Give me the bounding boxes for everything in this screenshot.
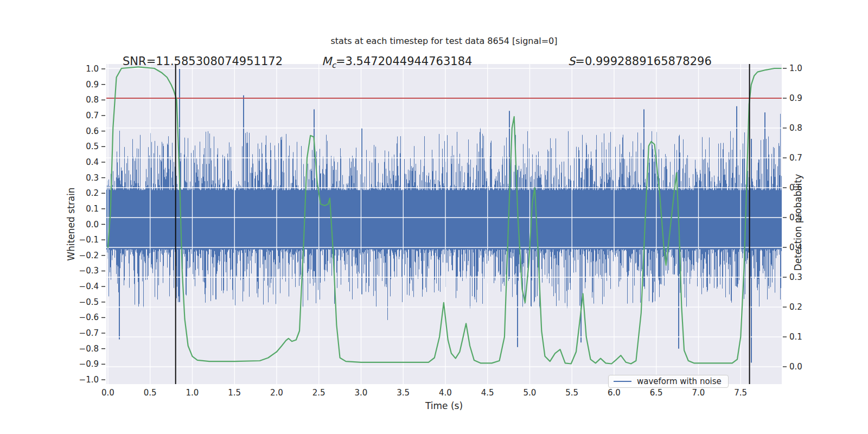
- svg-text:0.7: 0.7: [86, 111, 99, 120]
- mc-symbol: M: [322, 55, 331, 68]
- svg-text:3.5: 3.5: [397, 388, 410, 398]
- svg-text:−0.2: −0.2: [79, 251, 99, 260]
- svg-text:0.8: 0.8: [789, 123, 802, 133]
- svg-text:0.3: 0.3: [789, 272, 802, 282]
- svg-text:0.3: 0.3: [86, 173, 99, 183]
- svg-text:0.2: 0.2: [789, 302, 802, 312]
- svg-text:0.2: 0.2: [86, 188, 99, 198]
- chart-title: stats at each timestep for test data 865…: [106, 36, 782, 46]
- svg-text:0.1: 0.1: [86, 204, 99, 214]
- svg-text:7.5: 7.5: [734, 388, 747, 398]
- svg-text:0.4: 0.4: [86, 157, 99, 167]
- right-y-axis-label: Detection probability: [793, 174, 803, 271]
- mc-value: =3.5472044944763184: [336, 55, 472, 68]
- svg-text:−0.6: −0.6: [79, 312, 99, 322]
- svg-text:0.5: 0.5: [144, 388, 157, 398]
- score-annotation: S=0.9992889165878296: [568, 55, 712, 68]
- svg-text:1.5: 1.5: [228, 388, 241, 398]
- svg-text:0.8: 0.8: [86, 95, 99, 105]
- svg-text:6.5: 6.5: [650, 388, 663, 398]
- s-symbol: S: [568, 55, 575, 68]
- svg-text:4.0: 4.0: [439, 388, 452, 398]
- svg-text:2.0: 2.0: [270, 388, 283, 398]
- s-value: =0.9992889165878296: [575, 55, 711, 68]
- svg-text:−0.4: −0.4: [79, 282, 99, 291]
- svg-text:0.9: 0.9: [789, 93, 802, 103]
- svg-text:−0.1: −0.1: [79, 235, 99, 245]
- svg-text:5.0: 5.0: [524, 388, 537, 398]
- svg-text:0.6: 0.6: [86, 126, 99, 136]
- svg-text:−0.3: −0.3: [79, 266, 99, 276]
- mc-subscript: c: [331, 61, 336, 69]
- chirp-mass-annotation: Mc=3.5472044944763184: [322, 55, 472, 69]
- svg-text:2.5: 2.5: [312, 388, 326, 398]
- svg-text:1.0: 1.0: [789, 63, 802, 73]
- legend: waveform with noise: [608, 375, 729, 388]
- svg-text:0.0: 0.0: [789, 362, 802, 372]
- svg-text:0.0: 0.0: [86, 220, 99, 229]
- svg-text:0.0: 0.0: [101, 388, 114, 398]
- svg-text:0.7: 0.7: [789, 153, 802, 163]
- svg-text:5.5: 5.5: [565, 388, 578, 398]
- svg-text:1.0: 1.0: [186, 388, 199, 398]
- figure: 1.00.90.80.70.60.50.40.30.20.10.0−0.1−0.…: [0, 0, 868, 434]
- svg-text:6.0: 6.0: [608, 388, 621, 398]
- svg-text:−1.0: −1.0: [79, 375, 99, 385]
- svg-text:0.1: 0.1: [789, 332, 802, 342]
- svg-text:4.5: 4.5: [481, 388, 494, 398]
- x-axis-label: Time (s): [106, 400, 782, 411]
- legend-line-sample: [614, 381, 631, 382]
- svg-text:−0.9: −0.9: [79, 359, 99, 369]
- svg-text:0.5: 0.5: [86, 142, 99, 151]
- snr-text: SNR=11.585308074951172: [123, 55, 283, 68]
- svg-text:0.9: 0.9: [86, 80, 99, 90]
- svg-text:7.0: 7.0: [692, 388, 705, 398]
- left-y-axis-label: Whitened strain: [66, 187, 76, 260]
- svg-text:1.0: 1.0: [86, 64, 99, 74]
- svg-text:−0.5: −0.5: [79, 297, 99, 307]
- svg-text:−0.8: −0.8: [79, 344, 99, 354]
- legend-label: waveform with noise: [637, 376, 722, 386]
- svg-text:−0.7: −0.7: [79, 328, 99, 338]
- snr-annotation: SNR=11.585308074951172: [123, 55, 283, 68]
- svg-text:3.0: 3.0: [355, 388, 368, 398]
